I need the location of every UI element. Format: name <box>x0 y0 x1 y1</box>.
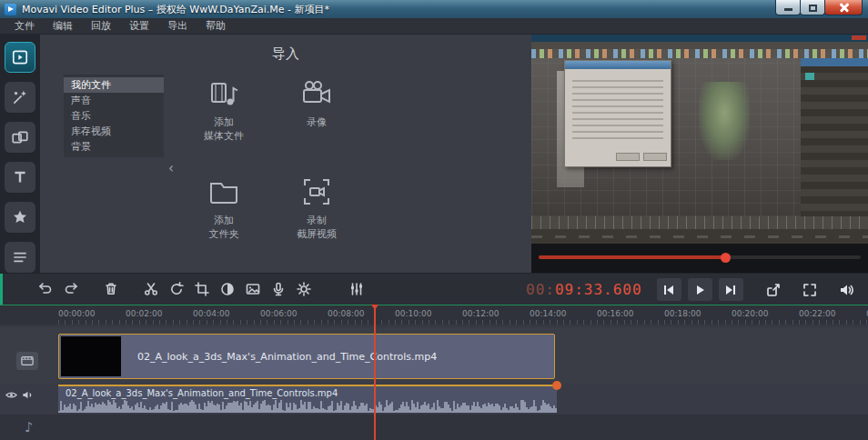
play-icon <box>691 282 708 298</box>
track-mute-toggle[interactable] <box>21 389 35 401</box>
delete-button[interactable] <box>98 276 124 302</box>
sidebar-item-import[interactable] <box>5 42 35 73</box>
category-item-my-files[interactable]: 我的文件 <box>64 77 164 93</box>
audio-levels-button[interactable] <box>344 276 369 302</box>
fullscreen-button[interactable] <box>797 277 823 303</box>
ruler-label: 00:18:00 <box>664 309 701 318</box>
pan-zoom-button[interactable] <box>240 276 266 302</box>
volume-icon <box>838 282 854 298</box>
titlebar: Movavi Video Editor Plus – 授权给 WwW.DaYan… <box>0 0 868 18</box>
timecode-hours: 00: <box>526 281 555 298</box>
record-screen-tile[interactable]: 录制 截屏视频 <box>275 169 358 264</box>
import-icon <box>11 48 29 66</box>
record-audio-button[interactable] <box>266 276 291 302</box>
seek-handle[interactable] <box>721 253 731 263</box>
preview-dialog-titlebar <box>565 61 671 69</box>
camera-icon <box>299 78 334 109</box>
volume-button[interactable] <box>833 277 859 303</box>
redo-icon <box>63 281 79 297</box>
menu-item-edit[interactable]: 编辑 <box>44 19 82 33</box>
sidebar-item-transitions[interactable] <box>5 122 35 153</box>
image-icon <box>245 281 261 297</box>
screen-record-icon <box>299 176 334 207</box>
close-button[interactable] <box>824 0 863 15</box>
trash-icon <box>103 281 119 297</box>
menu-item-file[interactable]: 文件 <box>5 19 44 33</box>
maximize-button[interactable] <box>800 0 825 15</box>
add-media-files-tile[interactable]: 添加 媒体文件 <box>182 71 266 165</box>
video-track-button[interactable] <box>16 352 38 370</box>
ruler-label: 00:16:00 <box>597 309 633 318</box>
ruler-label: 00:10:00 <box>395 309 431 318</box>
sliders-icon <box>348 281 365 297</box>
rotate-icon <box>168 281 185 297</box>
ruler-label: 00:22:00 <box>799 309 835 318</box>
contrast-icon <box>219 281 236 297</box>
maximize-icon <box>809 5 817 12</box>
tile-label: 录制 截屏视频 <box>297 215 337 242</box>
collapse-panel-arrow[interactable]: ‹ <box>168 160 174 176</box>
sidebar-item-filters[interactable] <box>5 82 35 113</box>
previous-frame-button[interactable] <box>657 278 681 301</box>
seek-progress <box>539 255 725 259</box>
undo-button[interactable] <box>33 276 58 302</box>
audio-track-note-icon: ♪ <box>25 419 34 435</box>
share-button[interactable] <box>761 277 786 303</box>
app-window: Movavi Video Editor Plus – 授权给 WwW.DaYan… <box>0 0 868 440</box>
next-frame-button[interactable] <box>719 278 743 301</box>
play-button[interactable] <box>688 278 712 301</box>
clip-properties-button[interactable] <box>291 276 317 302</box>
menu-item-export[interactable]: 导出 <box>158 19 197 33</box>
audio-clip[interactable]: 02_A_look_a_3ds_Max's_Animation_and_Time… <box>58 385 557 413</box>
redo-button[interactable] <box>58 276 84 302</box>
category-list: 我的文件 声音 音乐 库存视频 背景 <box>64 75 164 157</box>
ruler[interactable]: 00:00:0000:02:0000:04:0000:06:0000:08:00… <box>0 305 868 325</box>
menu-item-settings[interactable]: 设置 <box>120 19 158 33</box>
preview-dialog-body <box>572 75 663 141</box>
record-video-tile[interactable]: 录像 <box>275 71 358 165</box>
color-adjust-button[interactable] <box>215 276 240 302</box>
window-controls <box>776 0 863 15</box>
preview-content-side-panel <box>801 58 868 216</box>
video-clip-thumbnail <box>61 336 121 376</box>
add-folder-tile[interactable]: 添加 文件夹 <box>182 169 266 264</box>
menubar: 文件 编辑 回放 设置 导出 帮助 <box>0 18 868 35</box>
timecode-value: 09:33.600 <box>555 281 642 298</box>
accent-strip <box>0 274 3 305</box>
playhead[interactable] <box>374 305 376 440</box>
category-item-music[interactable]: 音乐 <box>64 108 164 124</box>
import-panel: 导入 我的文件 声音 音乐 库存视频 背景 ‹ 添加 媒体文件 <box>40 35 531 273</box>
preview-content-dialog <box>564 60 671 167</box>
preview-content-menubar <box>531 42 868 49</box>
category-item-stock-video[interactable]: 库存视频 <box>64 124 164 139</box>
previous-frame-icon <box>661 282 677 298</box>
category-item-sounds[interactable]: 声音 <box>64 93 164 108</box>
page-title: 导入 <box>40 45 531 63</box>
tile-label: 录像 <box>307 116 327 130</box>
edit-toolbar <box>33 276 369 302</box>
split-button[interactable] <box>138 276 164 302</box>
track-visibility-toggle[interactable] <box>5 389 18 401</box>
rotate-button[interactable] <box>164 276 189 302</box>
video-track-icon <box>20 355 35 367</box>
category-item-backgrounds[interactable]: 背景 <box>64 139 164 155</box>
preview-dialog-button <box>616 153 640 161</box>
timecode-display: 00:09:33.600 <box>526 281 642 298</box>
sidebar-item-titles[interactable] <box>5 162 35 193</box>
microphone-icon <box>270 281 287 297</box>
add-media-icon <box>207 78 241 109</box>
video-clip[interactable]: 02_A_look_a_3ds_Max's_Animation_and_Time… <box>58 334 555 379</box>
star-icon <box>11 208 29 226</box>
video-clip-label: 02_A_look_a_3ds_Max's_Animation_and_Time… <box>137 351 437 363</box>
sidebar-item-track-list[interactable] <box>5 242 35 273</box>
ruler-label: 00:20:00 <box>732 309 768 318</box>
crop-button[interactable] <box>189 276 215 302</box>
menu-item-playback[interactable]: 回放 <box>82 19 120 33</box>
next-frame-icon <box>722 282 739 298</box>
seek-bar[interactable] <box>539 255 861 259</box>
import-tiles: 添加 媒体文件 录像 添加 文件夹 <box>182 71 358 264</box>
clip-end-handle[interactable] <box>552 381 561 390</box>
sidebar-item-stickers[interactable] <box>5 202 35 233</box>
minimize-button[interactable] <box>775 0 801 15</box>
menu-item-help[interactable]: 帮助 <box>197 19 235 33</box>
